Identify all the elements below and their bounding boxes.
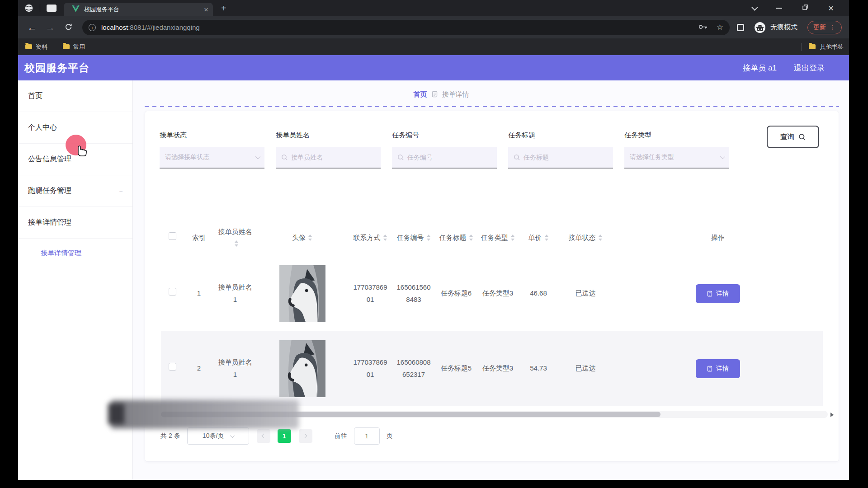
sidebar-subitem-label: 接单详情管理 <box>41 249 81 258</box>
search-icon <box>514 154 520 163</box>
breadcrumb: 首页 接单详情 <box>133 90 750 99</box>
chevron-down-icon <box>720 154 725 159</box>
hand-cursor-icon <box>74 142 88 158</box>
update-button[interactable]: 更新 ⋮ <box>807 21 842 34</box>
total-count-label: 共 2 条 <box>160 432 180 440</box>
active-tab[interactable]: 校园服务平台 × <box>64 3 213 16</box>
minimize-icon[interactable] <box>776 8 782 9</box>
row-checkbox[interactable] <box>169 363 176 371</box>
sidebar-item-label: 公告信息管理 <box>28 155 71 164</box>
row-checkbox[interactable] <box>169 288 176 296</box>
pinned-tab-icon[interactable] <box>47 5 57 12</box>
back-icon[interactable]: ← <box>25 22 39 33</box>
col-task-number[interactable]: 任务编号 <box>392 232 435 244</box>
tab-close-icon[interactable]: × <box>204 6 208 14</box>
filter-label: 任务标题 <box>508 131 613 140</box>
cell-avatar <box>256 340 349 397</box>
goto-page-input[interactable] <box>354 427 380 445</box>
detail-button[interactable]: 详情 <box>696 284 740 303</box>
task-title-input[interactable] <box>508 147 613 168</box>
browser-logo-icon[interactable] <box>24 4 33 13</box>
cell-contact: 17703786901 <box>349 282 392 305</box>
filter-label: 接单员姓名 <box>276 131 381 140</box>
sidebar-item-order-detail-management[interactable]: 接单详情管理 – <box>18 207 132 239</box>
detail-button-label: 详情 <box>716 365 729 373</box>
cell-task-number: 1650615608483 <box>392 282 435 305</box>
task-type-select[interactable]: 请选择任务类型 <box>624 147 729 169</box>
collapse-icon: – <box>119 188 123 194</box>
site-info-icon[interactable]: i <box>89 24 96 31</box>
filter-bar: 接单状态 请选择接单状态 接单员姓名 <box>145 111 839 169</box>
close-window-icon[interactable]: × <box>828 4 834 13</box>
husky-avatar-image <box>279 265 326 322</box>
task-number-input[interactable] <box>392 147 497 168</box>
next-page-button[interactable] <box>299 429 312 443</box>
bookmark-label: 资料 <box>36 43 47 51</box>
page-size-value: 10条/页 <box>203 432 224 440</box>
filter-task-title: 任务标题 <box>508 131 613 169</box>
filter-task-number: 任务编号 <box>392 131 497 169</box>
filter-label: 接单状态 <box>160 131 264 140</box>
maximize-icon[interactable] <box>802 4 808 12</box>
sidebar-subitem-order-detail-management[interactable]: 接单详情管理 <box>18 239 132 267</box>
col-status[interactable]: 接单状态 <box>558 232 613 244</box>
prev-page-button[interactable] <box>257 429 270 443</box>
col-index[interactable]: 索引 <box>184 232 214 244</box>
sidebar-item-home[interactable]: 首页 <box>18 80 132 112</box>
sort-icon[interactable] <box>426 234 431 241</box>
col-task-title[interactable]: 任务标题 <box>435 232 477 244</box>
col-task-type[interactable]: 任务类型 <box>477 232 519 244</box>
sidebar-item-errand-task-management[interactable]: 跑腿任务管理 – <box>18 175 132 207</box>
menu-dots-icon[interactable]: ⋮ <box>830 24 836 31</box>
bookmark-folder-2[interactable]: 常用 <box>63 43 85 51</box>
update-label: 更新 <box>813 23 826 32</box>
browser-window: 校园服务平台 × + × ← → i localhost <box>18 0 849 480</box>
cell-status: 已送达 <box>558 362 613 374</box>
app-header: 校园服务平台 接单员 a1 退出登录 <box>18 55 849 80</box>
filter-receiver-name: 接单员姓名 <box>276 131 381 169</box>
col-avatar[interactable]: 头像 <box>256 232 349 244</box>
sort-icon[interactable] <box>234 240 239 247</box>
sort-icon[interactable] <box>598 234 603 241</box>
search-button[interactable]: 查询 <box>767 126 819 148</box>
order-status-select[interactable]: 请选择接单状态 <box>160 147 264 169</box>
cell-avatar <box>256 265 349 322</box>
forward-icon[interactable]: → <box>43 22 57 33</box>
breadcrumb-home[interactable]: 首页 <box>414 90 427 99</box>
address-bar[interactable]: i localhost :8081/#/jiedanxiangqing ☆ <box>82 20 730 35</box>
logout-link[interactable]: 退出登录 <box>794 63 825 73</box>
sort-icon[interactable] <box>469 234 473 241</box>
sort-icon[interactable] <box>544 234 549 241</box>
current-page-button[interactable]: 1 <box>278 429 291 443</box>
col-price[interactable]: 单价 <box>519 232 558 244</box>
receiver-name-input[interactable] <box>276 147 381 168</box>
sort-icon[interactable] <box>383 234 387 241</box>
sidebar-item-label: 接单详情管理 <box>28 218 71 227</box>
page-size-select[interactable]: 10条/页 <box>187 427 249 445</box>
reload-icon[interactable] <box>61 22 75 33</box>
extension-icon[interactable] <box>737 24 744 31</box>
sort-icon[interactable] <box>510 234 515 241</box>
col-receiver-name[interactable]: 接单员姓名 <box>214 226 256 250</box>
scroll-right-arrow-icon[interactable] <box>830 413 834 417</box>
detail-button[interactable]: 详情 <box>696 359 740 378</box>
tab-search-chevron-icon[interactable] <box>752 5 758 11</box>
goto-label: 前往 <box>335 432 347 440</box>
password-key-icon[interactable] <box>698 23 708 32</box>
cell-index: 1 <box>184 287 214 299</box>
current-user-label: 接单员 a1 <box>743 63 777 73</box>
cell-price: 46.68 <box>519 287 558 299</box>
other-bookmarks[interactable]: 其他书签 <box>801 43 844 51</box>
sort-icon[interactable] <box>308 234 312 241</box>
select-all-checkbox[interactable] <box>169 232 176 240</box>
folder-icon <box>809 44 816 49</box>
table-row: 1 接单员姓名1 <box>161 256 823 331</box>
bookmark-folder-1[interactable]: 资料 <box>25 43 47 51</box>
url-host: localhost <box>101 23 128 31</box>
bookmark-star-icon[interactable]: ☆ <box>717 23 723 32</box>
new-tab-button[interactable]: + <box>221 3 226 14</box>
sidebar-item-label: 跑腿任务管理 <box>28 186 71 196</box>
document-icon <box>707 366 713 372</box>
app-title: 校园服务平台 <box>24 61 90 75</box>
col-contact[interactable]: 联系方式 <box>349 232 392 244</box>
